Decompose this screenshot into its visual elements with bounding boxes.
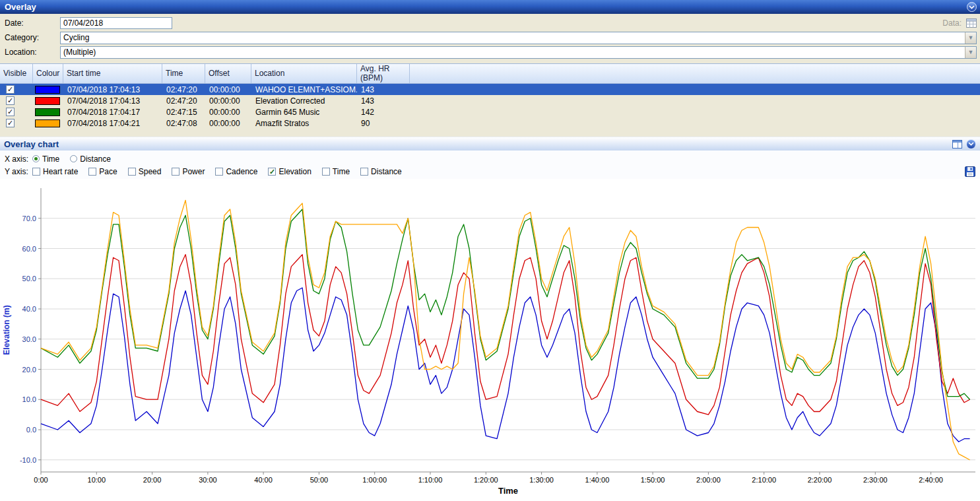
- cell-avg-hr: 143: [357, 85, 410, 94]
- location-select[interactable]: (Multiple) ▼: [60, 46, 977, 59]
- cell-offset: 00:00:00: [205, 119, 251, 128]
- table-row[interactable]: ✓07/04/2018 17:04:1302:47:2000:00:00WAHO…: [0, 84, 980, 95]
- svg-text:1:20:00: 1:20:00: [474, 476, 498, 484]
- collapse-chart-button[interactable]: [966, 139, 976, 149]
- cell-time: 02:47:20: [162, 85, 205, 94]
- chevron-down-icon: [969, 5, 975, 9]
- option-label: Elevation: [278, 167, 311, 176]
- visible-cell: ✓: [0, 96, 33, 105]
- y-axis-option-pace[interactable]: Pace: [88, 167, 117, 176]
- column-header-colour[interactable]: Colour: [33, 64, 63, 83]
- column-header-location[interactable]: Location: [251, 64, 357, 83]
- svg-text:1:00:00: 1:00:00: [362, 476, 387, 484]
- visible-cell: ✓: [0, 108, 33, 116]
- colour-cell: [33, 86, 63, 94]
- location-value: (Multiple): [63, 48, 96, 57]
- cell-location: Amazfit Stratos: [251, 119, 357, 128]
- cell-start-time: 07/04/2018 17:04:21: [63, 119, 162, 128]
- category-row: Category: Cycling ▼: [0, 30, 980, 45]
- cell-location: Garmin 645 Music: [251, 108, 357, 117]
- visible-checkbox[interactable]: ✓: [6, 85, 15, 94]
- column-header-avg-hr-bpm[interactable]: Avg. HR (BPM): [357, 64, 410, 83]
- data-grid-icon[interactable]: [966, 18, 977, 28]
- y-axis-label: Y axis:: [5, 167, 32, 176]
- y-axis-option-distance[interactable]: Distance: [360, 167, 402, 176]
- dropdown-arrow-icon[interactable]: ▼: [965, 47, 976, 58]
- svg-text:0:00: 0:00: [34, 476, 48, 484]
- checkbox-icon: [32, 168, 40, 176]
- visible-checkbox[interactable]: ✓: [6, 119, 15, 127]
- checkbox-icon: [322, 168, 330, 176]
- option-label: Power: [182, 167, 205, 176]
- checkbox-icon: [88, 168, 96, 176]
- collapse-panel-button[interactable]: [967, 2, 977, 12]
- chart-controls: X axis: TimeDistance Y axis: Heart rateP…: [0, 150, 980, 179]
- cell-location: WAHOO ELEMNT+ASSIOM...: [251, 85, 357, 94]
- cell-start-time: 07/04/2018 17:04:17: [63, 108, 162, 117]
- location-row: Location: (Multiple) ▼: [0, 45, 980, 59]
- svg-text:2:10:00: 2:10:00: [752, 476, 776, 484]
- checkbox-icon: ✓: [268, 168, 276, 176]
- option-label: Speed: [139, 167, 162, 176]
- y-axis-option-time[interactable]: Time: [322, 167, 350, 176]
- series-line-garmin-645-music: [41, 209, 970, 399]
- y-axis-option-speed[interactable]: Speed: [128, 167, 162, 176]
- y-axis-option-power[interactable]: Power: [172, 167, 205, 176]
- svg-text:1:30:00: 1:30:00: [529, 476, 554, 484]
- cell-offset: 00:00:00: [205, 85, 251, 94]
- column-header-offset[interactable]: Offset: [205, 64, 251, 83]
- chart-area[interactable]: -10.00.010.020.030.040.050.060.070.00:00…: [0, 179, 980, 501]
- table-row[interactable]: ✓07/04/2018 17:04:2102:47:0800:00:00Amaz…: [0, 117, 980, 129]
- colour-swatch: [35, 86, 60, 94]
- category-select[interactable]: Cycling ▼: [60, 32, 977, 44]
- cell-location: Elevation Corrected: [251, 96, 357, 106]
- y-axis-options: Heart ratePaceSpeedPowerCadence✓Elevatio…: [32, 167, 412, 176]
- x-axis-label: X axis:: [5, 154, 32, 164]
- chevron-down-icon: [968, 142, 974, 146]
- colour-cell: [33, 108, 63, 116]
- column-header-time[interactable]: Time: [162, 64, 205, 83]
- radio-icon: [32, 155, 40, 162]
- category-label: Category:: [5, 33, 60, 42]
- svg-text:10.0: 10.0: [22, 395, 36, 403]
- column-header-visible[interactable]: Visible: [0, 64, 33, 83]
- x-axis-row: X axis: TimeDistance: [5, 152, 975, 165]
- option-label: Heart rate: [43, 167, 78, 176]
- column-header-start-time[interactable]: Start time: [63, 64, 162, 83]
- visible-cell: ✓: [0, 85, 33, 94]
- svg-text:2:00:00: 2:00:00: [696, 476, 721, 484]
- save-chart-button[interactable]: [965, 166, 975, 177]
- x-axis-option-time[interactable]: Time: [32, 154, 59, 164]
- svg-text:-10.0: -10.0: [20, 456, 36, 464]
- radio-icon: [70, 155, 77, 162]
- dropdown-arrow-icon[interactable]: ▼: [965, 32, 976, 44]
- option-label: Time: [333, 167, 350, 176]
- category-value: Cycling: [63, 33, 89, 42]
- chart-section-title: Overlay chart: [4, 139, 59, 149]
- window-title: Overlay: [5, 2, 36, 12]
- cell-offset: 00:00:00: [205, 96, 251, 106]
- cell-avg-hr: 90: [357, 119, 410, 128]
- x-axis-option-distance[interactable]: Distance: [70, 154, 111, 164]
- visible-checkbox[interactable]: ✓: [6, 108, 15, 116]
- y-axis-option-heart-rate[interactable]: Heart rate: [32, 167, 78, 176]
- table-row[interactable]: ✓07/04/2018 17:04:1702:47:1500:00:00Garm…: [0, 106, 980, 117]
- cell-start-time: 07/04/2018 17:04:13: [63, 96, 162, 106]
- svg-text:40.0: 40.0: [22, 305, 36, 313]
- option-label: Pace: [99, 167, 117, 176]
- svg-text:1:10:00: 1:10:00: [418, 476, 443, 484]
- colour-cell: [33, 119, 63, 127]
- svg-text:20.0: 20.0: [22, 366, 36, 374]
- cell-avg-hr: 142: [357, 108, 410, 117]
- y-axis-option-cadence[interactable]: Cadence: [215, 167, 257, 176]
- y-axis-option-elevation[interactable]: ✓Elevation: [268, 167, 311, 176]
- date-input[interactable]: [60, 17, 172, 29]
- cell-start-time: 07/04/2018 17:04:13: [63, 85, 162, 94]
- checkbox-icon: [172, 168, 180, 176]
- table-row[interactable]: ✓07/04/2018 17:04:1302:47:2000:00:00Elev…: [0, 95, 980, 106]
- cell-time: 02:47:15: [162, 108, 205, 117]
- visible-checkbox[interactable]: ✓: [6, 96, 15, 105]
- layout-panes-icon[interactable]: [952, 140, 962, 149]
- svg-text:20:00: 20:00: [143, 476, 162, 484]
- series-line-amazfit-stratos: [41, 200, 970, 459]
